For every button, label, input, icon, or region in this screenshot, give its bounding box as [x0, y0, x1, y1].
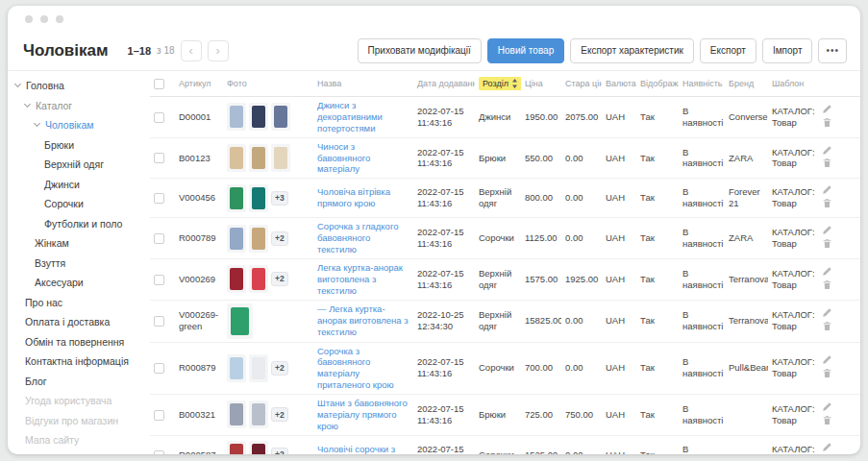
product-photo-thumbnail[interactable]	[249, 103, 268, 131]
product-photo-thumbnail[interactable]	[249, 441, 268, 454]
sidebar-item[interactable]: Аксесуари	[8, 273, 150, 293]
column-header-name[interactable]: Назва	[313, 71, 413, 97]
column-header-date[interactable]: Дата додавання	[413, 71, 475, 97]
edit-icon[interactable]	[822, 104, 832, 114]
sidebar-item[interactable]: Чоловікам	[8, 115, 150, 135]
product-name-link[interactable]: — Легка куртка-анорак виготовлена з текс…	[317, 303, 409, 338]
import-button[interactable]: Імпорт	[762, 38, 813, 63]
product-photo-thumbnail[interactable]	[249, 144, 268, 172]
more-actions-button[interactable]: •••	[818, 38, 847, 63]
product-photo-thumbnail[interactable]	[227, 103, 246, 131]
sidebar-item[interactable]: Відгуки про магазин	[8, 411, 150, 431]
column-header-sku[interactable]: Артикул	[175, 71, 223, 97]
sidebar-item[interactable]: Оплата і доставка	[8, 312, 150, 332]
product-photo-thumbnail[interactable]	[249, 265, 268, 293]
product-name-link[interactable]: Чиноси з бавовняного матеріалу	[317, 141, 409, 176]
product-photo-thumbnail[interactable]	[227, 144, 246, 172]
column-header-photo[interactable]: Фото	[223, 71, 313, 97]
new-product-button[interactable]: Новий товар	[487, 38, 564, 63]
sidebar-item[interactable]: Взуття	[8, 254, 150, 274]
sidebar-item[interactable]: Каталог	[8, 96, 150, 116]
column-header-brand[interactable]: Бренд	[725, 71, 768, 97]
sidebar-item[interactable]: Джинси	[8, 175, 150, 195]
sidebar-item[interactable]: Про нас	[8, 293, 150, 313]
product-photo-thumbnail[interactable]	[249, 184, 268, 212]
row-checkbox[interactable]	[154, 363, 164, 374]
sidebar-item[interactable]: Сорочки	[8, 194, 150, 214]
window-control-dot[interactable]	[40, 15, 48, 23]
sidebar-item[interactable]: Жінкам	[8, 233, 150, 254]
product-name-link[interactable]: Чоловіча вітрівка прямого крою	[317, 186, 409, 209]
row-checkbox[interactable]	[154, 193, 164, 204]
product-photo-thumbnail[interactable]	[249, 354, 268, 382]
product-photo-thumbnail[interactable]	[271, 103, 290, 131]
edit-icon[interactable]	[822, 401, 832, 412]
delete-icon[interactable]	[822, 158, 832, 168]
prev-page-button[interactable]: ‹	[181, 40, 202, 61]
edit-icon[interactable]	[822, 225, 832, 235]
photo-more-badge[interactable]: +2	[271, 407, 288, 422]
product-photo-thumbnail[interactable]	[249, 225, 268, 253]
export-button[interactable]: Експорт	[700, 38, 756, 63]
window-control-dot[interactable]	[25, 15, 33, 23]
edit-icon[interactable]	[822, 266, 832, 277]
photo-more-badge[interactable]: +2	[271, 448, 288, 454]
next-page-button[interactable]: ›	[208, 40, 229, 61]
sidebar-item[interactable]: Контактна інформація	[8, 352, 150, 372]
sidebar-item[interactable]: Мапа сайту	[8, 430, 150, 450]
hide-modifications-button[interactable]: Приховати модифікації	[358, 38, 482, 63]
window-control-dot[interactable]	[56, 15, 63, 23]
delete-icon[interactable]	[822, 279, 832, 290]
edit-icon[interactable]	[822, 145, 832, 156]
product-photo-thumbnail[interactable]	[227, 354, 246, 382]
sidebar-item[interactable]: Верхній одяг	[8, 155, 150, 175]
edit-icon[interactable]	[822, 184, 832, 195]
product-name-link[interactable]: Сорочка з гладкого бавовняного текстилю	[317, 221, 409, 255]
product-photo-thumbnail[interactable]	[249, 400, 268, 428]
edit-icon[interactable]	[822, 307, 832, 318]
product-name-link[interactable]: Штани з бавовняного матеріалу прямого кр…	[317, 398, 409, 432]
export-characteristics-button[interactable]: Експорт характеристик	[570, 38, 694, 63]
row-checkbox[interactable]	[154, 316, 164, 327]
column-header-template[interactable]: Шаблон	[768, 71, 818, 97]
delete-icon[interactable]	[822, 117, 832, 128]
product-photo-thumbnail[interactable]	[271, 144, 290, 172]
delete-icon[interactable]	[822, 238, 832, 249]
row-checkbox[interactable]	[154, 275, 164, 285]
column-header-availability[interactable]: Наявність	[679, 71, 725, 97]
product-photo-thumbnail[interactable]	[227, 225, 246, 253]
column-header-price[interactable]: Ціна	[521, 71, 561, 97]
edit-icon[interactable]	[822, 442, 832, 452]
row-checkbox[interactable]	[154, 112, 164, 123]
product-name-link[interactable]: Джинси з декоративними потертостями	[317, 100, 409, 134]
column-header-section[interactable]: Розділ	[475, 71, 521, 97]
product-name-link[interactable]: Легка куртка-анорак виготовлена з тексти…	[317, 262, 409, 297]
row-checkbox[interactable]	[154, 153, 164, 163]
sidebar-item[interactable]: Головна	[8, 76, 150, 96]
photo-more-badge[interactable]: +2	[271, 231, 288, 246]
sidebar-item[interactable]: Брюки	[8, 135, 150, 156]
column-header-old-price[interactable]: Стара ціна	[561, 71, 602, 97]
select-all-checkbox[interactable]	[154, 79, 164, 89]
column-header-display[interactable]: Відображати	[636, 71, 679, 97]
sidebar-item[interactable]: Обмін та повернення	[8, 332, 150, 352]
photo-more-badge[interactable]: +2	[271, 272, 288, 286]
product-name-link[interactable]: Чоловічі сорочки з легкого текстилю	[317, 444, 409, 454]
product-photo-thumbnail[interactable]	[227, 400, 246, 428]
delete-icon[interactable]	[822, 415, 832, 425]
sidebar-item[interactable]: Угода користувача	[8, 391, 150, 411]
product-photo-thumbnail[interactable]	[227, 184, 246, 212]
product-photo-thumbnail[interactable]	[227, 441, 246, 454]
delete-icon[interactable]	[822, 368, 832, 378]
column-header-currency[interactable]: Валюта	[602, 71, 636, 97]
sidebar-item[interactable]: Блог	[8, 372, 150, 392]
photo-more-badge[interactable]: +2	[271, 361, 288, 376]
row-checkbox[interactable]	[154, 450, 164, 454]
edit-icon[interactable]	[822, 354, 832, 365]
delete-icon[interactable]	[822, 198, 832, 208]
product-photo-thumbnail[interactable]	[227, 303, 253, 339]
sidebar-item[interactable]: Футболки и поло	[8, 214, 150, 234]
product-photo-thumbnail[interactable]	[227, 265, 246, 293]
row-checkbox[interactable]	[154, 233, 164, 244]
product-name-link[interactable]: Сорочка з бавовняного матеріалу притален…	[317, 346, 409, 392]
